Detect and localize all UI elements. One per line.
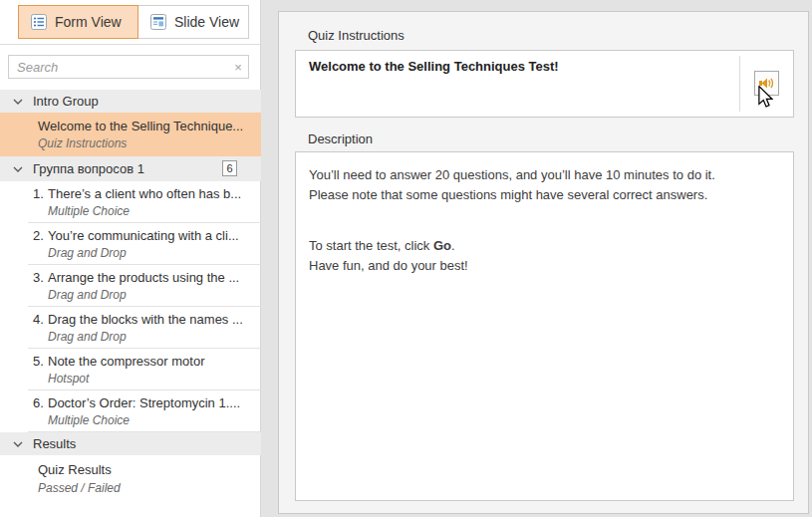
question-tree: Intro Group Welcome to the Selling Techn… (0, 90, 261, 501)
tree-item-type: Multiple Choice (48, 204, 130, 218)
group-label: Intro Group (33, 94, 99, 109)
tab-separator (0, 44, 261, 45)
group-label: Results (33, 436, 76, 451)
quiz-title-field[interactable]: Welcome to the Selling Techniques Test! (295, 50, 794, 118)
go-bold-text: Go (433, 238, 451, 253)
quiz-title-text: Welcome to the Selling Techniques Test! (309, 59, 559, 74)
question-number: 5. (33, 354, 44, 369)
tree-item-quiz-instructions[interactable]: Welcome to the Selling Technique... Quiz… (0, 113, 261, 156)
tree-item-title: Welcome to the Selling Technique... (38, 119, 243, 133)
tree-item-title: Quiz Results (38, 462, 112, 477)
tree-item-type: Multiple Choice (48, 413, 130, 427)
description-line: To start the test, click Go. (309, 236, 779, 256)
tree-item-title: You’re communicating with a cli... (48, 228, 239, 243)
question-number: 1. (33, 186, 44, 201)
sidebar: Form View Slide View × (0, 0, 261, 517)
group-header-questions[interactable]: Группа вопросов 1 6 (0, 156, 261, 181)
search-box: × (8, 55, 249, 79)
description-label: Description (308, 131, 373, 146)
description-field[interactable]: You’ll need to answer 20 questions, and … (295, 151, 794, 501)
tree-item-type: Quiz Instructions (38, 136, 127, 150)
tab-slide-view[interactable]: Slide View (137, 5, 249, 39)
tree-item-title: Drag the blocks with the names ... (48, 312, 243, 327)
tab-slide-view-label: Slide View (174, 14, 239, 30)
form-view-icon (31, 14, 47, 30)
tree-item-quiz-results[interactable]: Quiz Results Passed / Failed (0, 455, 261, 501)
description-blank-line (309, 205, 779, 236)
question-count-badge: 6 (222, 160, 237, 176)
question-number: 6. (33, 395, 44, 410)
tree-item-question-4[interactable]: 4.Drag the blocks with the names ... Dra… (0, 307, 261, 349)
tree-item-question-5[interactable]: 5.Note the compressor motor Hotspot (0, 349, 261, 390)
tab-form-view[interactable]: Form View (18, 5, 138, 39)
tree-item-type: Passed / Failed (38, 481, 121, 495)
description-line: Please note that some questions might ha… (309, 185, 779, 205)
details-panel: Quiz Instructions Welcome to the Selling… (278, 11, 809, 514)
chevron-down-icon[interactable] (13, 99, 23, 105)
tree-item-question-1[interactable]: 1.There’s a client who often has b... Mu… (0, 181, 261, 223)
group-label: Группа вопросов 1 (33, 161, 144, 176)
tree-item-type: Drag and Drop (48, 330, 127, 344)
field-divider (739, 56, 740, 112)
audio-button[interactable] (754, 71, 779, 96)
tree-item-title: There’s a client who often has b... (48, 186, 241, 201)
chevron-down-icon[interactable] (13, 166, 23, 172)
question-number: 4. (33, 312, 44, 327)
description-line: Have fun, and do your best! (309, 256, 779, 276)
tree-item-title: Doctor’s Order: Streptomycin 1.... (48, 395, 240, 410)
tree-item-question-2[interactable]: 2.You’re communicating with a cli... Dra… (0, 223, 261, 265)
tree-item-type: Drag and Drop (48, 246, 127, 260)
tree-item-question-6[interactable]: 6.Doctor’s Order: Streptomycin 1.... Mul… (0, 390, 261, 432)
search-input[interactable] (9, 60, 228, 75)
quiz-editor-window: Form View Slide View × (0, 0, 812, 517)
chevron-down-icon[interactable] (13, 441, 23, 447)
tree-item-type: Hotspot (48, 372, 89, 386)
question-number: 2. (33, 228, 44, 243)
clear-search-icon[interactable]: × (228, 60, 248, 75)
description-line: You’ll need to answer 20 questions, and … (309, 165, 779, 185)
question-number: 3. (33, 270, 44, 285)
slide-view-icon (150, 14, 166, 30)
tree-item-type: Drag and Drop (48, 288, 127, 302)
tree-item-title: Arrange the products using the ... (48, 270, 239, 285)
tab-form-view-label: Form View (55, 14, 122, 30)
quiz-instructions-label: Quiz Instructions (308, 28, 405, 43)
speaker-icon (758, 76, 775, 91)
group-header-results[interactable]: Results (0, 432, 261, 455)
group-header-intro[interactable]: Intro Group (0, 90, 261, 113)
tree-item-title: Note the compressor motor (48, 354, 205, 369)
tree-item-question-3[interactable]: 3.Arrange the products using the ... Dra… (0, 265, 261, 307)
